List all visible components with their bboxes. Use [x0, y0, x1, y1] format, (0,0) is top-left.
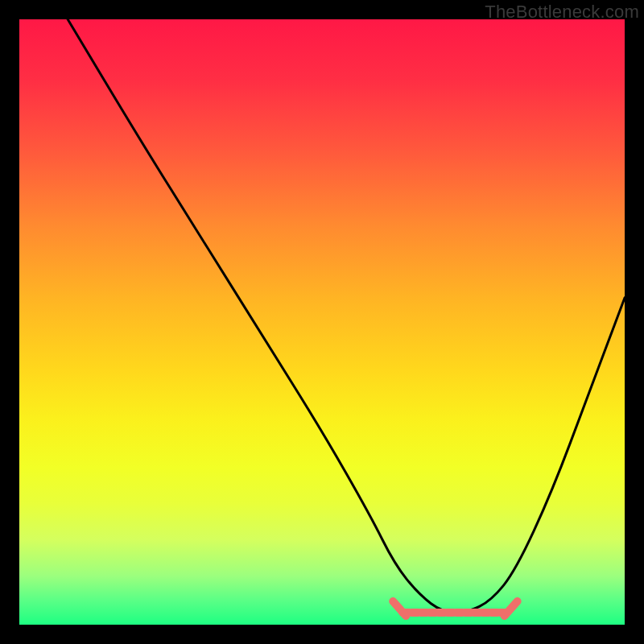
- plot-frame: [19, 19, 625, 625]
- chart-svg: [19, 19, 625, 625]
- curve-line: [68, 19, 625, 613]
- flat-segment-left-cap: [393, 601, 406, 616]
- flat-segment-right-cap: [505, 601, 518, 616]
- chart-container: TheBottleneck.com: [0, 0, 644, 644]
